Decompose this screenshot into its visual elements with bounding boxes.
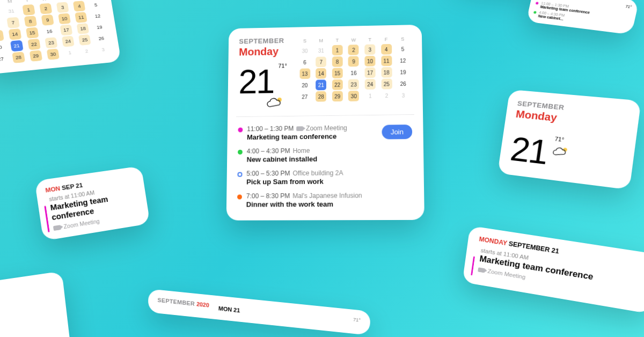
event-list: 11:00 – 1:30 PM Zoom MeetingMarketing te… bbox=[237, 120, 413, 212]
widget-bigdate-bottomleft: BER 1 bbox=[0, 271, 74, 337]
temperature: 71° bbox=[554, 136, 565, 143]
widget-calendar-main[interactable]: SEPTEMBER Monday 21 71° SMTWTFS303112345… bbox=[226, 25, 425, 221]
event-row[interactable]: 11:00 – 1:30 PM Zoom MeetingMarketing te… bbox=[238, 120, 412, 144]
day-number: 1 bbox=[0, 291, 61, 337]
divider bbox=[236, 114, 414, 117]
day-name: Monday bbox=[239, 46, 287, 58]
event-time: 11:00 – 1:30 PM bbox=[247, 125, 294, 133]
event-time: 7:00 – 8:30 PM bbox=[246, 192, 290, 200]
camera-icon bbox=[478, 267, 485, 273]
event-dot bbox=[237, 195, 242, 200]
accent-bar bbox=[471, 256, 475, 275]
event-location: Office building 2A bbox=[292, 169, 343, 177]
day-number: 21 bbox=[508, 132, 550, 170]
widget-calendar-topleft: BER SMTWTFS30311234567891011121314151617… bbox=[0, 0, 121, 75]
event-title: Marketing team conference bbox=[247, 132, 378, 141]
date-heading: MON 21 bbox=[218, 305, 240, 314]
event-title: New cabinet installed bbox=[247, 154, 413, 164]
event-row[interactable]: 4:00 – 4:30 PM HomeNew cabinet installed bbox=[238, 143, 413, 167]
widget-event-large-right[interactable]: MONDAY SEPTEMBER 21 starts at 11:00 AM M… bbox=[462, 226, 644, 314]
event-time: 5:00 – 5:30 PM bbox=[246, 170, 290, 178]
event-title: Pick up Sam from work bbox=[246, 177, 413, 186]
accent-bar bbox=[44, 206, 50, 232]
event-location: Home bbox=[292, 147, 310, 155]
event-dot-magenta bbox=[536, 2, 539, 4]
event-title: Dinner with the work team bbox=[246, 200, 413, 208]
event-dot bbox=[238, 128, 243, 133]
mini-calendar[interactable]: SMTWTFS303112345678910111213141516171819… bbox=[0, 0, 113, 67]
event-location: Mal's Japanese Infusion bbox=[292, 192, 362, 200]
widget-calendar-bottom[interactable]: SEPTEMBER 2020 MON 21 71° bbox=[148, 289, 371, 335]
month-label: SEPTEMBER bbox=[239, 36, 287, 45]
weather: 71° bbox=[278, 63, 287, 69]
month-year: SEPTEMBER 2020 bbox=[157, 297, 209, 308]
temperature: 71° bbox=[353, 317, 361, 323]
widget-event-small-left[interactable]: MON SEP 21 starts at 11:00 AM Marketing … bbox=[34, 166, 150, 241]
event-dot bbox=[238, 150, 243, 155]
event-time: 4:00 – 4:30 PM bbox=[247, 147, 290, 155]
camera-icon bbox=[53, 225, 61, 231]
day-number: 21 bbox=[238, 65, 274, 99]
cloud-sun-icon bbox=[552, 145, 570, 158]
event-row[interactable]: 7:00 – 8:30 PM Mal's Japanese InfusionDi… bbox=[237, 188, 413, 212]
mini-calendar[interactable]: SMTWTFS303112345678910111213141516171819… bbox=[296, 34, 412, 108]
event-location: Zoom Meeting bbox=[306, 124, 347, 132]
temperature: 71° bbox=[625, 4, 632, 9]
date-heading: MON 21 bbox=[537, 0, 554, 1]
camera-icon bbox=[296, 126, 303, 131]
widget-date-right[interactable]: SEPTEMBER Monday 21 71° bbox=[497, 90, 641, 190]
event-dot bbox=[237, 172, 242, 177]
join-button[interactable]: Join bbox=[382, 124, 413, 140]
widget-event-small-right[interactable]: MON 21 71° 11:00 – 1:30 PM Marketing tea… bbox=[526, 0, 639, 35]
event-dot-green bbox=[533, 11, 537, 13]
event-row[interactable]: 5:00 – 5:30 PM Office building 2APick up… bbox=[237, 165, 413, 189]
